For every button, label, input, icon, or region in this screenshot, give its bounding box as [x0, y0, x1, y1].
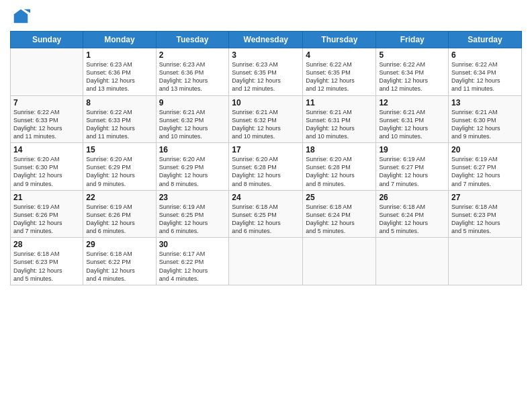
day-info: Sunrise: 6:19 AM Sunset: 6:27 PM Dayligh…	[451, 155, 519, 188]
day-info: Sunrise: 6:19 AM Sunset: 6:25 PM Dayligh…	[159, 203, 226, 236]
day-number: 26	[379, 193, 445, 202]
day-info: Sunrise: 6:18 AM Sunset: 6:24 PM Dayligh…	[379, 203, 445, 236]
calendar-week-row: 14Sunrise: 6:20 AM Sunset: 6:30 PM Dayli…	[11, 143, 522, 191]
header	[10, 7, 522, 26]
day-number: 24	[232, 193, 300, 202]
calendar-week-row: 28Sunrise: 6:18 AM Sunset: 6:23 PM Dayli…	[11, 238, 522, 285]
day-info: Sunrise: 6:22 AM Sunset: 6:34 PM Dayligh…	[379, 60, 445, 93]
calendar-day: 4Sunrise: 6:22 AM Sunset: 6:35 PM Daylig…	[303, 48, 376, 96]
day-number: 28	[13, 240, 80, 249]
day-number: 3	[232, 50, 300, 60]
day-info: Sunrise: 6:20 AM Sunset: 6:28 PM Dayligh…	[232, 155, 300, 188]
calendar-day: 7Sunrise: 6:22 AM Sunset: 6:33 PM Daylig…	[11, 95, 83, 143]
calendar-day: 19Sunrise: 6:19 AM Sunset: 6:27 PM Dayli…	[376, 143, 449, 191]
day-info: Sunrise: 6:22 AM Sunset: 6:34 PM Dayligh…	[451, 60, 519, 93]
weekday-header: Tuesday	[156, 32, 229, 48]
calendar-day	[449, 238, 522, 285]
day-info: Sunrise: 6:18 AM Sunset: 6:24 PM Dayligh…	[306, 203, 373, 236]
day-info: Sunrise: 6:20 AM Sunset: 6:29 PM Dayligh…	[159, 155, 226, 188]
calendar-day: 18Sunrise: 6:20 AM Sunset: 6:28 PM Dayli…	[303, 143, 376, 191]
day-number: 21	[13, 193, 80, 202]
day-number: 1	[86, 50, 152, 60]
day-info: Sunrise: 6:21 AM Sunset: 6:32 PM Dayligh…	[159, 108, 226, 141]
day-number: 27	[451, 193, 519, 202]
day-info: Sunrise: 6:18 AM Sunset: 6:23 PM Dayligh…	[13, 250, 80, 283]
day-number: 10	[232, 98, 300, 107]
calendar-day: 11Sunrise: 6:21 AM Sunset: 6:31 PM Dayli…	[303, 95, 376, 143]
day-info: Sunrise: 6:18 AM Sunset: 6:25 PM Dayligh…	[232, 203, 300, 236]
calendar-table: SundayMondayTuesdayWednesdayThursdayFrid…	[10, 31, 522, 285]
calendar-day: 14Sunrise: 6:20 AM Sunset: 6:30 PM Dayli…	[11, 143, 83, 191]
day-number: 9	[159, 98, 226, 107]
day-number: 2	[159, 50, 226, 60]
day-number: 30	[159, 240, 226, 249]
day-info: Sunrise: 6:23 AM Sunset: 6:36 PM Dayligh…	[159, 60, 226, 93]
calendar-header-row: SundayMondayTuesdayWednesdayThursdayFrid…	[11, 32, 522, 48]
day-number: 4	[306, 50, 373, 60]
day-number: 20	[451, 145, 519, 154]
day-number: 22	[86, 193, 152, 202]
calendar-day: 29Sunrise: 6:18 AM Sunset: 6:22 PM Dayli…	[83, 238, 156, 285]
day-number: 8	[86, 98, 152, 107]
day-number: 16	[159, 145, 226, 154]
weekday-header: Thursday	[303, 32, 376, 48]
calendar-day: 21Sunrise: 6:19 AM Sunset: 6:26 PM Dayli…	[11, 190, 83, 238]
calendar-day: 30Sunrise: 6:17 AM Sunset: 6:22 PM Dayli…	[156, 238, 229, 285]
day-info: Sunrise: 6:22 AM Sunset: 6:33 PM Dayligh…	[86, 108, 152, 141]
day-info: Sunrise: 6:19 AM Sunset: 6:26 PM Dayligh…	[86, 203, 152, 236]
calendar-day: 17Sunrise: 6:20 AM Sunset: 6:28 PM Dayli…	[229, 143, 303, 191]
day-info: Sunrise: 6:21 AM Sunset: 6:31 PM Dayligh…	[379, 108, 445, 141]
calendar-day: 22Sunrise: 6:19 AM Sunset: 6:26 PM Dayli…	[83, 190, 156, 238]
calendar-day	[11, 48, 83, 96]
calendar-day	[376, 238, 449, 285]
day-info: Sunrise: 6:20 AM Sunset: 6:30 PM Dayligh…	[13, 155, 80, 188]
svg-marker-0	[14, 9, 28, 24]
calendar-day: 2Sunrise: 6:23 AM Sunset: 6:36 PM Daylig…	[156, 48, 229, 96]
day-number: 5	[379, 50, 445, 60]
day-info: Sunrise: 6:20 AM Sunset: 6:28 PM Dayligh…	[306, 155, 373, 188]
page: SundayMondayTuesdayWednesdayThursdayFrid…	[0, 0, 532, 411]
calendar-week-row: 7Sunrise: 6:22 AM Sunset: 6:33 PM Daylig…	[11, 95, 522, 143]
calendar-day: 25Sunrise: 6:18 AM Sunset: 6:24 PM Dayli…	[303, 190, 376, 238]
day-number: 25	[306, 193, 373, 202]
calendar-day: 8Sunrise: 6:22 AM Sunset: 6:33 PM Daylig…	[83, 95, 156, 143]
day-info: Sunrise: 6:23 AM Sunset: 6:35 PM Dayligh…	[232, 60, 300, 93]
day-info: Sunrise: 6:22 AM Sunset: 6:35 PM Dayligh…	[306, 60, 373, 93]
calendar-day: 24Sunrise: 6:18 AM Sunset: 6:25 PM Dayli…	[229, 190, 303, 238]
calendar-day: 28Sunrise: 6:18 AM Sunset: 6:23 PM Dayli…	[11, 238, 83, 285]
day-number: 7	[13, 98, 80, 107]
calendar-day: 1Sunrise: 6:23 AM Sunset: 6:36 PM Daylig…	[83, 48, 156, 96]
calendar-day: 6Sunrise: 6:22 AM Sunset: 6:34 PM Daylig…	[449, 48, 522, 96]
day-info: Sunrise: 6:21 AM Sunset: 6:30 PM Dayligh…	[451, 108, 519, 141]
day-info: Sunrise: 6:23 AM Sunset: 6:36 PM Dayligh…	[86, 60, 152, 93]
day-info: Sunrise: 6:21 AM Sunset: 6:32 PM Dayligh…	[232, 108, 300, 141]
day-number: 19	[379, 145, 445, 154]
day-info: Sunrise: 6:19 AM Sunset: 6:26 PM Dayligh…	[13, 203, 80, 236]
day-info: Sunrise: 6:20 AM Sunset: 6:29 PM Dayligh…	[86, 155, 152, 188]
day-number: 29	[86, 240, 152, 249]
calendar-day: 26Sunrise: 6:18 AM Sunset: 6:24 PM Dayli…	[376, 190, 449, 238]
day-info: Sunrise: 6:21 AM Sunset: 6:31 PM Dayligh…	[306, 108, 373, 141]
calendar-day: 16Sunrise: 6:20 AM Sunset: 6:29 PM Dayli…	[156, 143, 229, 191]
calendar-day: 23Sunrise: 6:19 AM Sunset: 6:25 PM Dayli…	[156, 190, 229, 238]
calendar-day: 12Sunrise: 6:21 AM Sunset: 6:31 PM Dayli…	[376, 95, 449, 143]
day-number: 12	[379, 98, 445, 107]
calendar-day	[229, 238, 303, 285]
calendar-week-row: 21Sunrise: 6:19 AM Sunset: 6:26 PM Dayli…	[11, 190, 522, 238]
logo-icon	[11, 7, 30, 26]
day-info: Sunrise: 6:19 AM Sunset: 6:27 PM Dayligh…	[379, 155, 445, 188]
day-info: Sunrise: 6:18 AM Sunset: 6:22 PM Dayligh…	[86, 250, 152, 283]
calendar-day: 27Sunrise: 6:18 AM Sunset: 6:23 PM Dayli…	[449, 190, 522, 238]
day-number: 17	[232, 145, 300, 154]
day-number: 6	[451, 50, 519, 60]
calendar-day: 15Sunrise: 6:20 AM Sunset: 6:29 PM Dayli…	[83, 143, 156, 191]
day-number: 11	[306, 98, 373, 107]
weekday-header: Sunday	[11, 32, 83, 48]
day-info: Sunrise: 6:22 AM Sunset: 6:33 PM Dayligh…	[13, 108, 80, 141]
weekday-header: Saturday	[449, 32, 522, 48]
day-number: 14	[13, 145, 80, 154]
calendar-day: 13Sunrise: 6:21 AM Sunset: 6:30 PM Dayli…	[449, 95, 522, 143]
calendar-week-row: 1Sunrise: 6:23 AM Sunset: 6:36 PM Daylig…	[11, 48, 522, 96]
calendar-day: 10Sunrise: 6:21 AM Sunset: 6:32 PM Dayli…	[229, 95, 303, 143]
day-number: 18	[306, 145, 373, 154]
